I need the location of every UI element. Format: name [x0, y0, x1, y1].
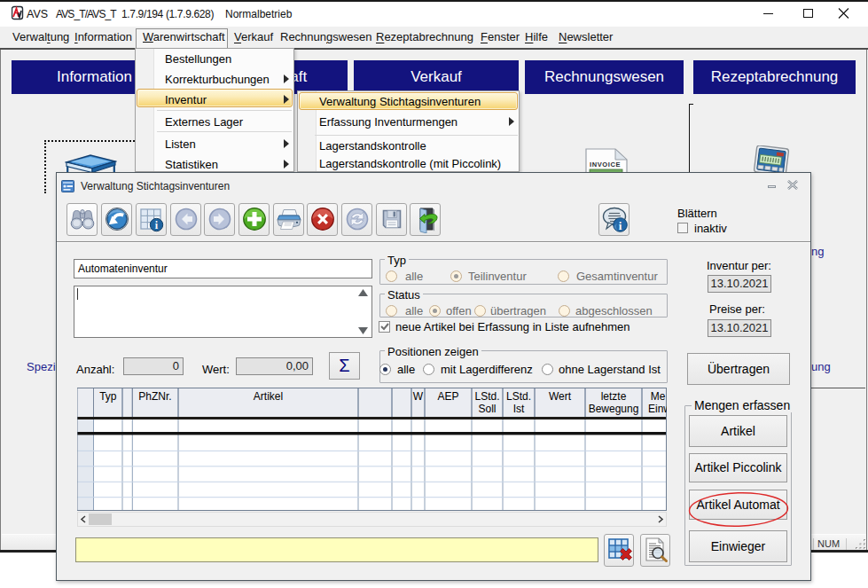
svg-text:Artikel: Artikel	[254, 390, 283, 403]
svg-text:PhZNr.: PhZNr.	[138, 390, 171, 403]
svg-text:W: W	[413, 390, 424, 403]
svg-text:Ist: Ist	[513, 403, 525, 415]
svg-text:letzte: letzte	[601, 390, 627, 403]
svg-text:i: i	[619, 219, 622, 232]
svg-text:Bewegung: Bewegung	[589, 403, 639, 415]
svg-text:LStd.: LStd.	[506, 390, 531, 403]
svg-text:LStd.: LStd.	[474, 390, 499, 403]
svg-text:Einw: Einw	[648, 403, 667, 415]
svg-text:Me: Me	[651, 390, 666, 403]
svg-text:Soll: Soll	[478, 403, 496, 415]
svg-text:Typ: Typ	[99, 390, 117, 403]
svg-text:AEP: AEP	[437, 390, 458, 403]
svg-text:Wert: Wert	[549, 390, 572, 403]
svg-text:INVOICE: INVOICE	[590, 161, 621, 169]
